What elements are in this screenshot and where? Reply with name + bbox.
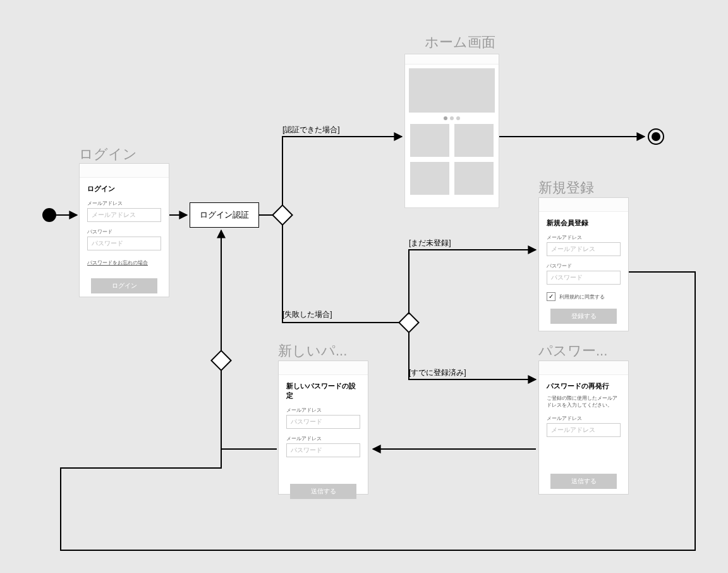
label-already-registered: [すでに登録済み] xyxy=(409,367,466,378)
home-tile[interactable] xyxy=(410,162,449,195)
register-pass-label: パスワード xyxy=(547,262,621,269)
label-not-registered: [まだ未登録] xyxy=(409,238,451,249)
newpass-label-1: メールアドレス xyxy=(286,407,360,414)
newpass-header: 新しいパスワードの設定 xyxy=(286,381,360,400)
newpass-button[interactable]: 送信する xyxy=(290,484,356,499)
register-header: 新規会員登録 xyxy=(547,218,621,228)
newpass-placeholder-1: パスワード xyxy=(291,417,322,426)
title-register: 新規登録 xyxy=(538,178,594,197)
newpass-topbar xyxy=(279,361,368,375)
home-tile[interactable] xyxy=(454,162,494,195)
newpass-label-2: メールアドレス xyxy=(286,435,360,442)
svg-point-7 xyxy=(652,132,660,141)
screen-login-topbar xyxy=(80,164,169,178)
login-pass-placeholder: パスワード xyxy=(92,239,123,248)
home-tile[interactable] xyxy=(410,124,449,157)
label-auth-fail: [失敗した場合] xyxy=(282,309,332,320)
home-topbar xyxy=(405,54,499,65)
reissue-header: パスワードの再発行 xyxy=(547,381,621,391)
register-email-placeholder: メールアドレス xyxy=(551,245,595,254)
register-pass-placeholder: パスワード xyxy=(551,273,583,282)
register-pass-input[interactable]: パスワード xyxy=(547,271,621,285)
screen-reissue: パスワードの再発行 ご登録の際に使用したメールアドレスを入力してください。 メー… xyxy=(538,360,629,495)
login-email-label: メールアドレス xyxy=(87,200,161,207)
login-email-placeholder: メールアドレス xyxy=(92,211,136,219)
register-topbar xyxy=(539,198,628,212)
register-agree-checkbox[interactable]: ✓ 利用規約に同意する xyxy=(547,292,621,301)
screen-login: ログイン メールアドレス メールアドレス パスワード パスワード パスワードをお… xyxy=(79,163,169,297)
register-email-input[interactable]: メールアドレス xyxy=(547,242,621,256)
reissue-email-placeholder: メールアドレス xyxy=(551,426,595,434)
reissue-button[interactable]: 送信する xyxy=(550,474,617,489)
register-agree-label: 利用規約に同意する xyxy=(559,293,605,300)
home-carousel-dots xyxy=(405,116,499,120)
home-grid xyxy=(410,124,494,195)
login-forgot-link[interactable]: パスワードをお忘れの場合 xyxy=(87,259,148,266)
title-newpass: 新しいパ... xyxy=(278,342,347,360)
title-home: ホーム画面 xyxy=(425,33,495,52)
checkbox-icon: ✓ xyxy=(547,292,555,301)
register-email-label: メールアドレス xyxy=(547,234,621,241)
dot-icon xyxy=(456,116,460,120)
screen-register: 新規会員登録 メールアドレス メールアドレス パスワード パスワード ✓ 利用規… xyxy=(538,197,629,331)
svg-point-6 xyxy=(648,129,664,144)
screen-newpass: 新しいパスワードの設定 メールアドレス パスワード メールアドレス パスワード … xyxy=(278,360,368,495)
register-button[interactable]: 登録する xyxy=(550,309,617,324)
login-pass-input[interactable]: パスワード xyxy=(87,237,161,250)
login-header: ログイン xyxy=(87,184,161,194)
login-button[interactable]: ログイン xyxy=(91,278,157,293)
svg-rect-11 xyxy=(211,350,231,370)
newpass-placeholder-2: パスワード xyxy=(291,446,322,455)
svg-rect-8 xyxy=(399,312,418,332)
reissue-caption: ご登録の際に使用したメールアドレスを入力してください。 xyxy=(547,395,621,409)
dot-icon xyxy=(444,116,447,120)
screen-home xyxy=(404,54,499,208)
home-tile[interactable] xyxy=(454,124,494,157)
svg-rect-4 xyxy=(272,205,292,225)
reissue-email-input[interactable]: メールアドレス xyxy=(547,423,621,437)
title-login: ログイン xyxy=(79,145,137,164)
newpass-input-2[interactable]: パスワード xyxy=(286,443,360,457)
home-banner xyxy=(409,68,495,113)
login-pass-label: パスワード xyxy=(87,228,161,235)
reissue-topbar xyxy=(539,361,628,375)
process-login-auth: ログイン認証 xyxy=(190,202,259,228)
svg-point-0 xyxy=(42,208,56,222)
title-reissue: パスワー... xyxy=(538,342,607,360)
reissue-email-label: メールアドレス xyxy=(547,415,621,422)
newpass-input-1[interactable]: パスワード xyxy=(286,415,360,429)
dot-icon xyxy=(450,116,454,120)
login-email-input[interactable]: メールアドレス xyxy=(87,208,161,222)
label-auth-success: [認証できた場合] xyxy=(282,125,340,135)
